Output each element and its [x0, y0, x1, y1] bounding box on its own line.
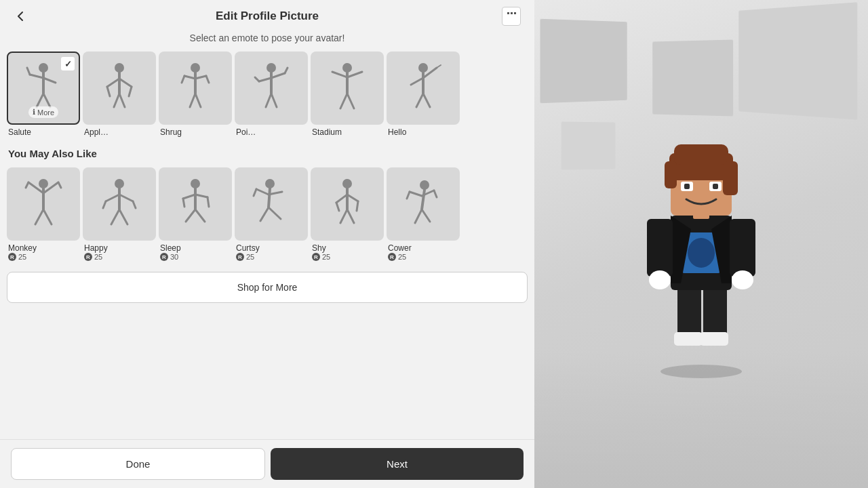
- emote-item-appl[interactable]: Appl…: [83, 52, 156, 137]
- emote-label-curtsy: Curtsy: [235, 243, 260, 253]
- svg-rect-111: [674, 144, 728, 165]
- emote-item-curtsy[interactable]: Curtsy R 25: [235, 167, 308, 261]
- svg-rect-106: [730, 219, 755, 277]
- avatar: [613, 107, 789, 381]
- svg-line-61: [111, 209, 119, 224]
- svg-line-73: [256, 189, 269, 195]
- svg-rect-97: [674, 332, 703, 346]
- svg-line-58: [103, 201, 106, 208]
- emote-thumb-cower[interactable]: [387, 167, 460, 241]
- emote-label-cower: Cower: [387, 243, 412, 253]
- svg-line-69: [186, 209, 195, 222]
- emote-label-appl: Appl…: [83, 127, 108, 137]
- svg-line-33: [271, 94, 277, 107]
- emote-label-hello: Hello: [387, 127, 406, 137]
- svg-rect-98: [700, 332, 728, 346]
- svg-point-107: [732, 270, 753, 289]
- robux-icon: R: [236, 253, 244, 261]
- robux-icon: R: [84, 253, 92, 261]
- emote-price-cower: R 25: [387, 253, 406, 261]
- svg-rect-104: [647, 219, 673, 277]
- svg-point-3: [39, 63, 48, 73]
- svg-line-84: [340, 209, 347, 223]
- top-right-button[interactable]: [502, 7, 521, 26]
- svg-line-42: [411, 78, 423, 85]
- svg-line-20: [184, 76, 195, 79]
- emote-item-stadium[interactable]: Stadium: [311, 52, 384, 137]
- done-button[interactable]: Done: [11, 448, 265, 480]
- svg-line-91: [434, 190, 437, 197]
- svg-line-85: [347, 209, 354, 223]
- svg-line-44: [437, 65, 441, 68]
- svg-line-9: [43, 94, 50, 107]
- emote-item-cower[interactable]: Cower R 25: [387, 167, 460, 261]
- svg-line-70: [195, 209, 205, 222]
- emote-thumb-shrug[interactable]: [159, 52, 232, 125]
- svg-line-29: [255, 77, 259, 81]
- emote-thumb-hello[interactable]: [387, 52, 460, 125]
- svg-line-14: [107, 87, 110, 96]
- emote-label-shrug: Shrug: [159, 127, 182, 137]
- svg-line-46: [423, 94, 430, 107]
- svg-line-6: [27, 68, 30, 75]
- svg-point-18: [191, 63, 200, 73]
- svg-rect-0: [507, 12, 509, 14]
- emote-item-shrug[interactable]: Shrug: [159, 52, 232, 137]
- svg-point-63: [191, 179, 200, 188]
- svg-rect-96: [703, 283, 727, 338]
- svg-line-22: [195, 76, 206, 79]
- svg-line-77: [269, 207, 281, 219]
- emote-thumb-happy[interactable]: [83, 167, 156, 241]
- emote-thumb-sleep[interactable]: [159, 167, 232, 241]
- svg-line-28: [259, 78, 271, 81]
- emote-item-hello[interactable]: Hello: [387, 52, 460, 137]
- emote-item-sleep[interactable]: Sleep R 30: [159, 167, 232, 261]
- svg-line-23: [206, 76, 209, 83]
- emote-price-curtsy: R 25: [235, 253, 254, 261]
- emote-thumb-monkey[interactable]: [7, 167, 80, 241]
- emote-label-shy: Shy: [311, 243, 326, 253]
- emote-thumb-salute[interactable]: ✓ ℹ More: [7, 52, 80, 125]
- emote-thumb-curtsy[interactable]: [235, 167, 308, 241]
- svg-line-24: [190, 94, 195, 107]
- emote-item-monkey[interactable]: Monkey R 25: [7, 167, 80, 261]
- svg-rect-95: [677, 283, 701, 338]
- subtitle: Select an emote to pose your avatar!: [7, 33, 528, 43]
- emote-thumb-stadium[interactable]: [311, 52, 384, 125]
- emote-item-poi[interactable]: Poi…: [235, 52, 308, 137]
- svg-line-62: [119, 209, 127, 224]
- svg-line-38: [340, 94, 347, 108]
- recommended-emotes-grid: Monkey R 25: [7, 167, 528, 261]
- svg-rect-113: [665, 161, 677, 188]
- svg-line-30: [271, 73, 285, 78]
- emote-item-shy[interactable]: Shy R 25: [311, 167, 384, 261]
- svg-line-80: [336, 195, 347, 203]
- svg-line-92: [415, 209, 422, 223]
- emote-price-shy: R 25: [311, 253, 330, 261]
- emote-thumb-poi[interactable]: [235, 52, 308, 125]
- svg-line-53: [35, 209, 43, 224]
- svg-line-37: [347, 72, 362, 77]
- more-badge: ℹ More: [28, 106, 58, 118]
- emote-label-stadium: Stadium: [311, 127, 342, 137]
- svg-line-82: [347, 195, 358, 201]
- emote-thumb-appl[interactable]: [83, 52, 156, 125]
- emote-label-happy: Happy: [83, 243, 108, 253]
- svg-point-78: [342, 179, 352, 188]
- svg-rect-112: [723, 161, 738, 195]
- emote-price-monkey: R 25: [7, 253, 26, 261]
- next-button[interactable]: Next: [271, 448, 524, 480]
- svg-point-10: [115, 63, 124, 73]
- left-panel: Edit Profile Picture Select an emote to …: [0, 0, 534, 488]
- emote-item-salute[interactable]: ✓ ℹ More Salute: [7, 52, 80, 137]
- shop-for-more-button[interactable]: Shop for More: [7, 272, 528, 303]
- emote-thumb-shy[interactable]: [311, 167, 384, 241]
- emote-item-happy[interactable]: Happy R 25: [83, 167, 156, 261]
- svg-point-34: [342, 63, 352, 73]
- svg-rect-116: [684, 184, 690, 189]
- svg-line-65: [183, 195, 195, 199]
- svg-line-31: [285, 68, 288, 73]
- back-button[interactable]: [14, 9, 27, 23]
- svg-line-8: [37, 94, 43, 107]
- svg-line-17: [119, 94, 125, 107]
